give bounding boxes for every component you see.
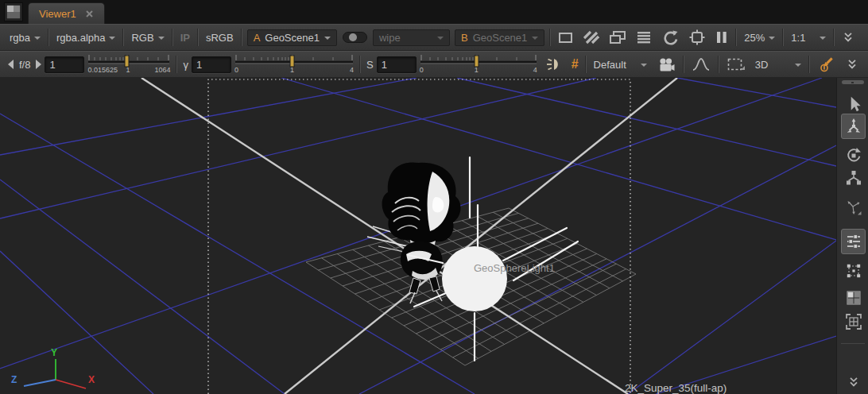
gamma-slider[interactable]: 0 1 4 bbox=[234, 52, 354, 77]
chevron-down-icon bbox=[437, 37, 444, 40]
input-b-dropdown[interactable]: B GeoScene1 bbox=[455, 29, 544, 46]
tab-bar: Viewer1 bbox=[0, 0, 868, 24]
saturation-slider[interactable]: 0 1 4 bbox=[420, 52, 537, 77]
zoom-level-dropdown[interactable]: 25% bbox=[739, 32, 780, 44]
tab-title: Viewer1 bbox=[39, 8, 76, 20]
color-sample-icon[interactable] bbox=[812, 56, 841, 73]
chevron-down-icon bbox=[532, 37, 538, 40]
vertex-select-tool-icon[interactable] bbox=[843, 261, 864, 281]
chevron-down-icon bbox=[34, 37, 41, 40]
sliders-tool-icon[interactable] bbox=[841, 229, 866, 254]
divider bbox=[841, 343, 865, 344]
mask-icon[interactable] bbox=[553, 30, 579, 44]
layout-grid-icon[interactable] bbox=[843, 288, 864, 308]
divider bbox=[172, 29, 173, 46]
gain-input[interactable] bbox=[45, 56, 84, 73]
gamma-label: γ bbox=[180, 59, 192, 71]
camera-icon[interactable] bbox=[652, 57, 680, 72]
axis-z-label: Z bbox=[11, 374, 17, 385]
slider-handle bbox=[125, 56, 129, 67]
divider bbox=[176, 56, 177, 73]
pointer-tool-icon[interactable] bbox=[843, 94, 864, 114]
slider-handle bbox=[290, 56, 294, 67]
view-mode-dropdown[interactable]: 3D bbox=[750, 59, 806, 71]
divider bbox=[549, 29, 551, 46]
saturation-label: S bbox=[363, 59, 377, 71]
viewer-toolbar-top: rgba rgba.alpha RGB IP sRGB A GeoScene1 … bbox=[0, 24, 868, 51]
input-process-button[interactable]: IP bbox=[176, 32, 195, 44]
scanlines-icon[interactable] bbox=[631, 30, 657, 44]
gamma-curve-icon[interactable] bbox=[687, 57, 715, 71]
chevron-down-icon bbox=[641, 64, 647, 67]
channels-dropdown[interactable]: rgba bbox=[5, 32, 45, 44]
chevron-down-icon bbox=[820, 37, 826, 40]
axis-y-label: Y bbox=[51, 347, 57, 358]
input-b-value: GeoScene1 bbox=[473, 32, 528, 44]
divider bbox=[241, 29, 242, 46]
viewport-canvas[interactable]: Y X Z bbox=[0, 78, 836, 394]
next-stop-icon[interactable] bbox=[36, 60, 41, 69]
divider bbox=[718, 56, 719, 73]
wipe-stripes-icon[interactable] bbox=[579, 30, 604, 44]
gain-slider[interactable]: 0.015625 1 1064 bbox=[87, 52, 170, 77]
saturation-input[interactable] bbox=[377, 56, 417, 73]
divider bbox=[735, 29, 737, 46]
toolbar-grip-handle[interactable] bbox=[842, 80, 864, 84]
divider bbox=[48, 29, 49, 46]
wipe-mode-dropdown[interactable]: wipe bbox=[373, 29, 450, 46]
alpha-channel-dropdown[interactable]: rgba.alpha bbox=[52, 32, 120, 44]
slider-handle bbox=[475, 56, 479, 67]
fstop-label: f/8 bbox=[17, 59, 33, 71]
collapse-chevron-icon[interactable] bbox=[837, 31, 859, 44]
scale-tool-icon[interactable] bbox=[843, 168, 864, 188]
headlight-icon[interactable] bbox=[541, 57, 568, 71]
translate-tool-icon[interactable] bbox=[841, 114, 866, 139]
chevron-down-icon bbox=[158, 37, 165, 40]
divider bbox=[782, 29, 784, 46]
divider bbox=[197, 29, 199, 46]
display-style-dropdown[interactable]: RGB bbox=[126, 32, 169, 44]
pane-menu-icon[interactable] bbox=[4, 2, 23, 21]
input-a-dropdown[interactable]: A GeoScene1 bbox=[247, 29, 337, 46]
viewer-toolbar-exposure: f/8 0.015625 1 1064 γ 0 1 4 S bbox=[0, 51, 868, 78]
wipe-toggle[interactable] bbox=[343, 32, 367, 43]
input-a-value: GeoScene1 bbox=[265, 32, 320, 44]
viewer-main: Y X Z GeoSphereLight1 2K_Super_35(full-a… bbox=[0, 78, 868, 394]
prev-stop-icon[interactable] bbox=[8, 60, 14, 69]
marquee-icon[interactable] bbox=[722, 57, 750, 71]
proxy-ratio-dropdown[interactable]: 1:1 bbox=[786, 32, 831, 44]
viewer-process-dropdown[interactable]: Default bbox=[589, 59, 652, 71]
chevron-down-icon bbox=[324, 37, 331, 40]
divider bbox=[683, 56, 684, 73]
input-a-letter: A bbox=[254, 32, 261, 44]
viewport-3d[interactable]: Y X Z GeoSphereLight1 2K_Super_35(full-a… bbox=[0, 78, 836, 394]
overlay-windows-icon[interactable] bbox=[604, 30, 631, 44]
pause-icon[interactable] bbox=[711, 30, 733, 44]
axis-tool-icon[interactable] bbox=[843, 197, 864, 218]
collapse-chevron-icon[interactable] bbox=[841, 58, 863, 71]
close-icon[interactable] bbox=[85, 10, 94, 18]
srgb-button[interactable]: sRGB bbox=[201, 32, 238, 44]
divider bbox=[359, 56, 361, 73]
rotate-tool-icon[interactable] bbox=[843, 145, 864, 166]
update-icon[interactable] bbox=[657, 29, 684, 45]
safe-zones-icon[interactable] bbox=[684, 29, 711, 45]
toggle-knob bbox=[349, 33, 357, 41]
input-b-letter: B bbox=[461, 32, 468, 44]
layout-frame-icon[interactable] bbox=[843, 311, 864, 332]
grid-hash-icon[interactable]: # bbox=[568, 57, 583, 71]
divider bbox=[122, 29, 124, 46]
divider bbox=[808, 56, 810, 73]
gamma-input[interactable] bbox=[192, 56, 231, 73]
axis-gizmo: Y X Z bbox=[11, 347, 95, 388]
collapse-chevron-icon[interactable] bbox=[843, 372, 864, 392]
viewport-side-toolbar bbox=[836, 78, 868, 394]
divider bbox=[585, 56, 587, 73]
chevron-down-icon bbox=[769, 37, 775, 40]
divider bbox=[833, 29, 835, 46]
chevron-down-icon bbox=[109, 37, 115, 40]
axis-x-label: X bbox=[88, 374, 95, 385]
tab-viewer1[interactable]: Viewer1 bbox=[28, 2, 105, 24]
chevron-down-icon bbox=[795, 64, 801, 67]
